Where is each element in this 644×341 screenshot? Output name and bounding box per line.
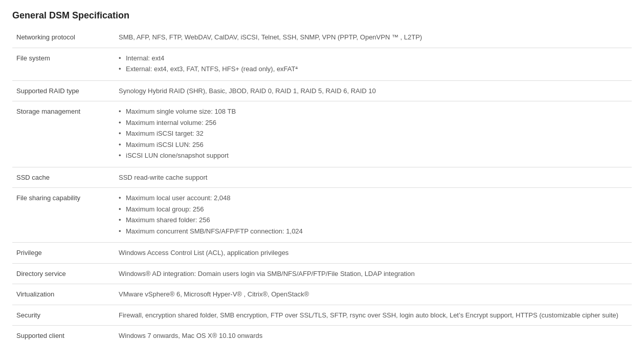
page-title: General DSM Specification	[12, 10, 632, 21]
row-label: Security	[12, 305, 115, 326]
row-label: File system	[12, 48, 115, 80]
list-item: External: ext4, ext3, FAT, NTFS, HFS+ (r…	[119, 64, 628, 74]
table-row: SecurityFirewall, encryption shared fold…	[12, 305, 632, 326]
list-item: Maximum shared folder: 256	[119, 215, 628, 225]
list-item: Maximum local group: 256	[119, 204, 628, 215]
row-value: Windows® AD integration: Domain users lo…	[115, 263, 632, 284]
row-value: Maximum local user account: 2,048Maximum…	[115, 188, 632, 243]
row-label: Storage management	[12, 101, 115, 167]
table-row: Directory serviceWindows® AD integration…	[12, 263, 632, 284]
row-value: Synology Hybrid RAID (SHR), Basic, JBOD,…	[115, 80, 632, 101]
row-label: Networking protocol	[12, 27, 115, 48]
list-item: Maximum concurrent SMB/NFS/AFP/FTP conne…	[119, 226, 628, 237]
list-item: Internal: ext4	[119, 53, 628, 63]
list-item: iSCSI LUN clone/snapshot support	[119, 151, 628, 161]
row-value: SSD read-write cache support	[115, 167, 632, 188]
list-item: Maximum local user account: 2,048	[119, 193, 628, 203]
row-label: SSD cache	[12, 167, 115, 188]
row-label: Supported RAID type	[12, 80, 115, 101]
row-label: Privilege	[12, 243, 115, 264]
row-label: Supported client	[12, 326, 115, 342]
table-row: Storage managementMaximum single volume …	[12, 101, 632, 167]
table-row: Supported clientWindows 7 onwards, Mac O…	[12, 326, 632, 342]
row-value: SMB, AFP, NFS, FTP, WebDAV, CalDAV, iSCS…	[115, 27, 632, 48]
row-value: Windows 7 onwards, Mac OS X® 10.10 onwar…	[115, 326, 632, 342]
table-row: Networking protocolSMB, AFP, NFS, FTP, W…	[12, 27, 632, 48]
list-item: Maximum internal volume: 256	[119, 118, 628, 128]
list-item: Maximum iSCSI target: 32	[119, 129, 628, 139]
row-value: Maximum single volume size: 108 TBMaximu…	[115, 101, 632, 167]
table-row: VirtualizationVMware vSphere® 6, Microso…	[12, 284, 632, 305]
list-item: Maximum single volume size: 108 TB	[119, 106, 628, 117]
row-value: Windows Access Control List (ACL), appli…	[115, 243, 632, 264]
list-item: Maximum iSCSI LUN: 256	[119, 140, 628, 150]
row-value: VMware vSphere® 6, Microsoft Hyper-V® , …	[115, 284, 632, 305]
row-label: File sharing capability	[12, 188, 115, 243]
row-label: Virtualization	[12, 284, 115, 305]
table-row: PrivilegeWindows Access Control List (AC…	[12, 243, 632, 264]
row-label: Directory service	[12, 263, 115, 284]
table-row: Supported RAID typeSynology Hybrid RAID …	[12, 80, 632, 101]
row-value: Firewall, encryption shared folder, SMB …	[115, 305, 632, 326]
table-row: File sharing capabilityMaximum local use…	[12, 188, 632, 243]
row-value: Internal: ext4External: ext4, ext3, FAT,…	[115, 48, 632, 80]
spec-table: Networking protocolSMB, AFP, NFS, FTP, W…	[12, 27, 632, 341]
table-row: SSD cacheSSD read-write cache support	[12, 167, 632, 188]
table-row: File systemInternal: ext4External: ext4,…	[12, 48, 632, 80]
